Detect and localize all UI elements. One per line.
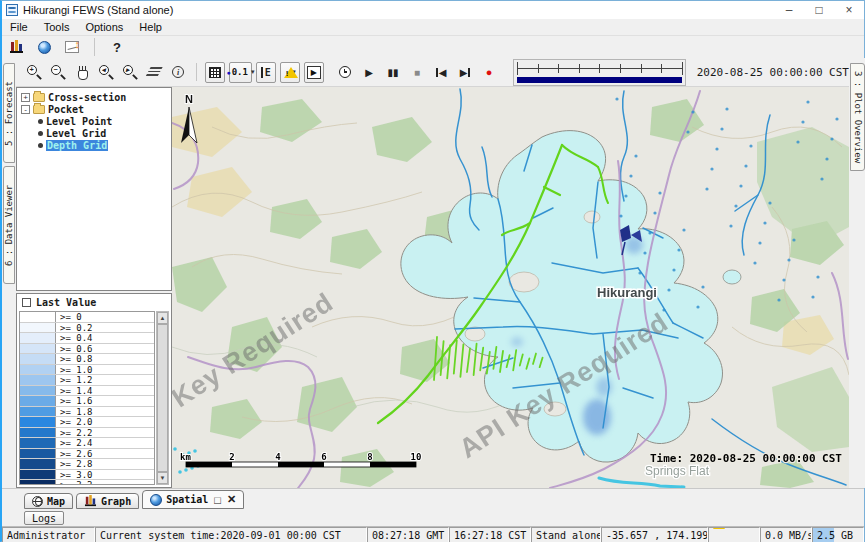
scrollbar-thumb[interactable]	[157, 324, 168, 472]
status-warning[interactable]: !	[708, 527, 760, 542]
zoom-in-button[interactable]: +	[24, 61, 44, 83]
legend-color-swatch	[20, 354, 56, 364]
tab-spatial[interactable]: Spatial □ ✕	[142, 490, 244, 509]
status-bar: Administrator Current system time:2020-0…	[2, 526, 864, 542]
status-coordinates: -35.657 , 174.199	[601, 527, 708, 542]
zoom-next-button[interactable]: ▸	[120, 61, 140, 83]
legend-row: >= 0.2	[20, 323, 154, 334]
play-button[interactable]: ▶	[359, 61, 379, 83]
last-value-checkbox[interactable]	[22, 298, 31, 307]
logs-button[interactable]: Logs	[24, 511, 64, 525]
collapse-icon[interactable]: -	[21, 105, 30, 114]
leaf-dot-icon	[38, 143, 43, 148]
close-tab-icon[interactable]: ✕	[227, 493, 236, 506]
menu-item[interactable]: File	[2, 19, 36, 35]
forecast-explorer-button[interactable]	[6, 36, 26, 58]
tree-node-label-selected[interactable]: Depth Grid	[46, 140, 108, 151]
close-button[interactable]: ×	[834, 1, 864, 19]
timeseries-display-button[interactable]: ↕	[62, 36, 82, 58]
status-memory: 2.5 GB	[812, 527, 864, 542]
legend-row-label: >= 2.8	[56, 459, 154, 469]
pan-button[interactable]	[72, 61, 92, 83]
toolbar-separator	[94, 38, 95, 56]
tab-map[interactable]: Map	[24, 493, 73, 509]
tab-graph[interactable]: Graph	[76, 493, 139, 509]
tree-node-pocket[interactable]: - Pocket	[19, 103, 169, 115]
layers-button[interactable]	[144, 61, 164, 83]
legend-color-swatch	[20, 459, 56, 469]
step-to-end-icon: ▶	[460, 67, 471, 78]
zoom-previous-icon: ◂	[99, 65, 114, 80]
menu-item[interactable]: Help	[131, 19, 170, 35]
tree-node-level-grid[interactable]: Level Grid	[19, 127, 169, 139]
thresholds-dropdown[interactable]: ! ▾	[280, 62, 300, 83]
timeseries-chart-icon: ↕	[65, 41, 79, 53]
record-button[interactable]: ●	[479, 61, 499, 83]
tree-node-level-point[interactable]: Level Point	[19, 115, 169, 127]
scale-unit-label: km	[180, 452, 191, 462]
stop-button[interactable]: ■	[407, 61, 427, 83]
vertical-scale-button[interactable]: E	[256, 62, 276, 83]
step-to-end-button[interactable]: ▶	[455, 61, 475, 83]
legend-color-swatch	[20, 333, 56, 343]
undock-icon[interactable]: □	[214, 494, 221, 506]
zoom-out-button[interactable]: −	[48, 61, 68, 83]
time-navigator-button[interactable]	[335, 61, 355, 83]
time-slider-track[interactable]	[517, 62, 682, 75]
scroll-up-icon[interactable]: ▲	[157, 312, 168, 324]
tree-node-label[interactable]: Pocket	[48, 104, 84, 115]
animation-button[interactable]: ▶	[304, 62, 324, 83]
window-title: Hikurangi FEWS (Stand alone)	[23, 4, 173, 16]
legend-row-label: >= 0.2	[56, 323, 154, 333]
pause-button[interactable]: ▮▮	[383, 61, 403, 83]
legend-row: >= 3.0	[20, 470, 154, 481]
interval-dropdown[interactable]: ● 0.1 ▾	[229, 62, 252, 83]
time-slider[interactable]	[513, 59, 686, 86]
hand-pan-icon	[76, 66, 88, 79]
legend-row-label: >= 1.4	[56, 386, 154, 396]
legend-color-swatch	[20, 323, 56, 333]
folder-icon	[33, 105, 45, 114]
legend-color-table: >= 0 >= 0.2 >= 0.4 >= 0.6	[19, 311, 155, 485]
tab-plot-overview[interactable]: 3 : Plot Overview	[850, 63, 865, 171]
right-tab-strip: 3 : Plot Overview	[849, 58, 865, 488]
grid-display-button[interactable]	[205, 62, 225, 83]
tree-node-cross-section[interactable]: + Cross-section	[19, 91, 169, 103]
map-view[interactable]: API Key Required API Key Required Hikura…	[172, 87, 849, 488]
tree-node-label[interactable]: Level Point	[46, 116, 112, 127]
maximize-button[interactable]: □	[804, 1, 834, 19]
tree-node-label[interactable]: Level Grid	[46, 128, 106, 139]
legend-row-label: >= 2.0	[56, 417, 154, 427]
step-to-start-button[interactable]: ◀	[431, 61, 451, 83]
status-local-time: 16:27:18 CST	[449, 527, 531, 542]
scale-tick-label: 6	[321, 452, 326, 462]
legend-row: >= 1.4	[20, 386, 154, 397]
info-button[interactable]: i	[168, 61, 188, 83]
map-canvas[interactable]: API Key Required API Key Required Hikura…	[172, 87, 849, 488]
tab-forecast[interactable]: 5 : Forecast	[3, 63, 15, 163]
tree-node-label[interactable]: Cross-section	[48, 92, 126, 103]
map-display-button[interactable]	[34, 36, 54, 58]
menu-bar: FileToolsOptionsHelp	[2, 19, 864, 36]
menu-item[interactable]: Tools	[36, 19, 78, 35]
scale-tick-label: 4	[275, 452, 281, 462]
legend-color-swatch	[20, 312, 56, 322]
area-label: Springs Flat	[645, 464, 710, 478]
legend-row: >= 0.8	[20, 354, 154, 365]
clock-icon	[339, 66, 351, 78]
help-button[interactable]: ?	[107, 36, 127, 58]
tab-data-viewer[interactable]: 6 : Data Viewer	[3, 166, 15, 284]
tree-node-depth-grid[interactable]: Depth Grid	[19, 139, 169, 151]
legend-row: >= 2.8	[20, 459, 154, 470]
help-icon: ?	[113, 40, 121, 55]
scroll-down-icon[interactable]: ▼	[157, 472, 168, 484]
minimize-button[interactable]: –	[774, 1, 804, 19]
legend-panel: Last Value >= 0 >= 0.2	[16, 293, 172, 488]
zoom-previous-button[interactable]: ◂	[96, 61, 116, 83]
menu-item[interactable]: Options	[77, 19, 131, 35]
current-time-label: 2020-08-25 00:00:00 CST	[697, 66, 849, 79]
legend-scrollbar[interactable]: ▲ ▼	[156, 311, 169, 485]
expand-icon[interactable]: +	[21, 93, 30, 102]
legend-row-label: >= 2.4	[56, 438, 154, 448]
play-icon: ▶	[365, 67, 373, 78]
